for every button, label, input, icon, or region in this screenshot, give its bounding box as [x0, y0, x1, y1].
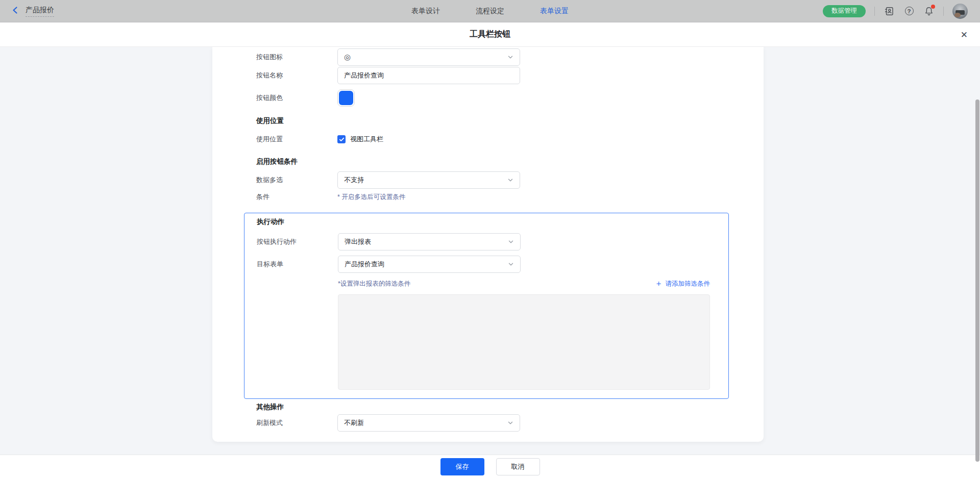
divider [943, 7, 944, 16]
chevron-down-icon [507, 420, 513, 426]
target-form-label: 目标表单 [257, 260, 338, 269]
top-navbar: 产品报价 表单设计 流程设定 表单设置 数据管理 ? [0, 0, 980, 22]
section-enable-header: 启用按钮条件 [256, 157, 298, 166]
settings-card: 按钮图标 ◎ 按钮名称 按钮颜色 使用位置 使用位置 [212, 47, 764, 442]
target-form-dropdown[interactable]: 产品报价查询 [338, 256, 521, 273]
multi-select-label: 数据多选 [256, 175, 337, 185]
usage-checkbox[interactable] [337, 135, 346, 143]
chevron-down-icon [507, 54, 513, 60]
condition-hint: * 开启多选后可设置条件 [337, 193, 405, 202]
plus-icon: ＋ [655, 280, 663, 288]
color-swatch-fill [339, 91, 353, 105]
avatar[interactable] [952, 4, 968, 19]
data-manage-button[interactable]: 数据管理 [823, 5, 866, 17]
center-tabs: 表单设计 流程设定 表单设置 [411, 0, 569, 22]
button-color-label: 按钮颜色 [256, 93, 337, 103]
modal-title: 工具栏按钮 [470, 29, 510, 40]
chevron-down-icon [508, 261, 514, 267]
multi-select-dropdown[interactable]: 不支持 [337, 171, 520, 189]
refresh-mode-label: 刷新模式 [256, 418, 337, 427]
button-name-input[interactable] [337, 67, 520, 84]
button-icon-label: 按钮图标 [256, 53, 337, 62]
contacts-book-icon[interactable] [884, 6, 895, 17]
exec-action-label: 按钮执行动作 [257, 237, 338, 246]
cancel-button[interactable]: 取消 [496, 458, 540, 475]
button-name-label: 按钮名称 [256, 71, 337, 80]
divider [874, 7, 875, 16]
notification-dot [931, 5, 935, 9]
section-action-header: 执行动作 [257, 217, 284, 227]
modal-footer: 保存 取消 [0, 455, 980, 478]
section-other-header: 其他操作 [256, 402, 284, 412]
close-icon[interactable]: ✕ [961, 30, 968, 39]
filter-conditions-panel [338, 294, 710, 390]
section-usage-header: 使用位置 [256, 116, 284, 125]
add-filter-link[interactable]: ＋ 请添加筛选条件 [655, 280, 710, 288]
back-chevron-icon [11, 6, 19, 16]
notifications-bell-icon[interactable] [923, 6, 935, 17]
circle-bullseye-icon: ◎ [344, 53, 507, 62]
condition-label: 条件 [256, 192, 337, 202]
tab-form-design[interactable]: 表单设计 [411, 7, 440, 16]
checkmark-icon [339, 137, 345, 142]
button-color-swatch[interactable] [337, 89, 355, 107]
filter-hint: *设置弹出报表的筛选条件 [338, 280, 410, 288]
chevron-down-icon [508, 239, 514, 245]
avatar-photo-detail [954, 13, 961, 17]
usage-checkbox-label[interactable]: 视图工具栏 [350, 135, 383, 144]
save-button[interactable]: 保存 [440, 458, 484, 475]
modal-header: 工具栏按钮 ✕ [0, 22, 980, 47]
action-highlight-box: 执行动作 按钮执行动作 弹出报表 目标表单 产品报价查询 [244, 213, 729, 399]
tab-form-settings[interactable]: 表单设置 [540, 7, 569, 16]
refresh-mode-dropdown[interactable]: 不刷新 [337, 414, 520, 432]
button-icon-select[interactable]: ◎ [337, 48, 520, 66]
exec-action-dropdown[interactable]: 弹出报表 [338, 233, 521, 250]
back-button[interactable] [11, 6, 19, 16]
help-icon[interactable]: ? [903, 6, 915, 17]
scrollbar-thumb[interactable] [975, 99, 979, 462]
tab-flow-setting[interactable]: 流程设定 [476, 7, 504, 16]
usage-label: 使用位置 [256, 135, 337, 144]
app-title: 产品报价 [26, 6, 54, 17]
modal-body: 按钮图标 ◎ 按钮名称 按钮颜色 使用位置 使用位置 [0, 47, 980, 455]
chevron-down-icon [507, 177, 513, 183]
